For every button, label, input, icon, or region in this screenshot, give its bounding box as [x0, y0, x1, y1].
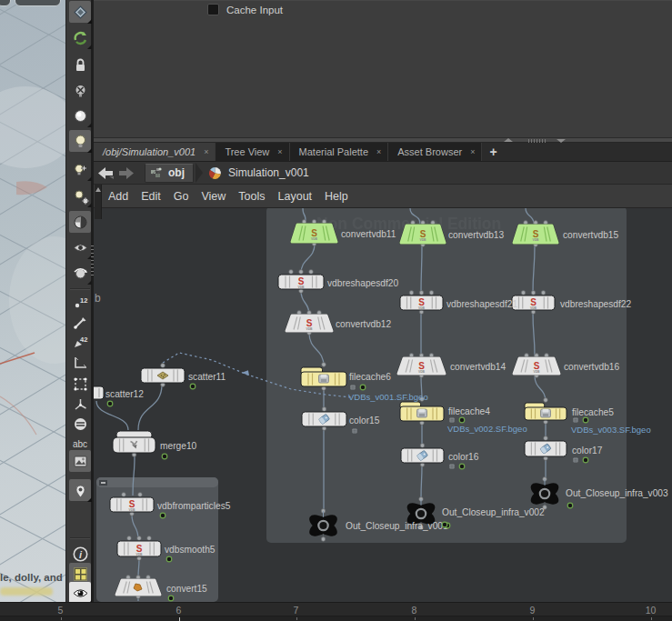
four-view-icon [72, 566, 89, 583]
menu-edit[interactable]: Edit [141, 190, 161, 203]
tool-lightbulb-button[interactable] [69, 130, 91, 152]
tab-close-icon[interactable]: × [277, 147, 282, 156]
node-label-Out_Closeup_infra_v001: Out_Closeup_infra_v001 [346, 521, 448, 531]
background-letter: b [95, 292, 101, 305]
breadcrumb-current[interactable]: Simulation_v001 [208, 166, 309, 180]
tool-corner-ruler-button[interactable] [69, 351, 91, 373]
cache-input-checkbox[interactable] [207, 4, 219, 15]
tool-headlight-button[interactable] [69, 105, 91, 126]
orbit-icon [72, 265, 89, 282]
dependency-arrow [242, 368, 251, 376]
node-label-convert15: convert15 [166, 584, 207, 594]
node-merge10[interactable] [113, 431, 155, 456]
menu-go[interactable]: Go [174, 190, 189, 203]
tool-corner-arrow [87, 203, 92, 207]
network-scrollbar[interactable] [95, 185, 102, 219]
tool-light-add-button[interactable] [69, 158, 91, 180]
tool-group-select-button[interactable] [69, 373, 91, 395]
tool-prim-numbers-button[interactable]: 42 [69, 331, 91, 353]
pane-tab-tree-view[interactable]: Tree View× [216, 143, 289, 161]
network-graph[interactable]: Non Commercial EditionbSVDBSVDBSVDBSVDBS… [94, 208, 672, 602]
pane-tab--obj-simulation-v001[interactable]: /obj/Simulation_v001× [94, 143, 216, 161]
viewport-toolbar: 1242abci [65, 0, 94, 602]
node-convertvdb15[interactable]: SVDB [514, 221, 557, 247]
snapshot-pin-icon [72, 482, 89, 499]
tab-close-icon[interactable]: × [376, 147, 381, 156]
visibility-icon [72, 239, 89, 256]
frame-number: 10 [646, 605, 657, 616]
forward-arrow[interactable] [118, 167, 134, 179]
tab-label: Material Palette [299, 146, 368, 157]
tool-lock-button[interactable] [69, 54, 91, 75]
node-scatter11[interactable] [141, 364, 185, 387]
frame-tick [533, 617, 534, 620]
viewport-help-text: le, dolly, and [0, 572, 65, 583]
main-pane: Cache Input /obj/Simulation_v001×Tree Vi… [94, 0, 672, 602]
tool-corner-arrow [87, 45, 92, 49]
tool-light-off-button[interactable] [69, 79, 91, 101]
tool-light-move-button[interactable] [69, 185, 91, 206]
svg-text:VDB: VDB [418, 370, 426, 374]
node-label-filecache5: filecache5 [572, 407, 614, 417]
tool-eye-button[interactable] [69, 582, 91, 604]
menu-tools[interactable]: Tools [238, 190, 265, 203]
cache-input-row: Cache Input [207, 4, 283, 15]
pane-tab-bar: /obj/Simulation_v001×Tree View×Material … [94, 143, 672, 162]
viewport-hud-button[interactable] [15, 0, 61, 6]
splitter-up-arrow[interactable] [504, 138, 513, 142]
breadcrumb-obj[interactable]: obj [145, 164, 194, 183]
node-scatter12[interactable] [94, 386, 104, 399]
scene-viewport[interactable]: le, dolly, and [0, 0, 65, 602]
tool-visibility-button[interactable] [69, 236, 91, 258]
tool-shaded-view-button[interactable] [69, 211, 91, 233]
frame-ruler-ticks[interactable] [0, 616, 672, 621]
back-arrow[interactable] [98, 167, 114, 179]
tool-info-button[interactable]: i [69, 543, 91, 565]
node-convertvdb14[interactable]: SVDB [398, 354, 445, 378]
svg-text:12: 12 [80, 296, 87, 305]
menu-layout[interactable]: Layout [278, 190, 313, 203]
group-select-icon [72, 376, 89, 393]
light-add-icon [72, 161, 89, 178]
tab-close-icon[interactable]: × [204, 147, 208, 156]
tool-select-mode-button[interactable] [69, 1, 91, 23]
tool-point-markers-button[interactable] [69, 311, 91, 333]
node-label-filecache6: filecache6 [349, 372, 391, 382]
menu-help[interactable]: Help [325, 190, 348, 203]
frame-number: 6 [176, 605, 182, 616]
svg-text:VDB: VDB [311, 237, 318, 241]
node-convertvdb11[interactable]: SVDB [292, 220, 336, 246]
node-convert15[interactable] [116, 576, 160, 599]
lightbulb-icon [72, 133, 89, 150]
node-convertvdb13[interactable]: SVDB [401, 221, 445, 247]
tool-visualizer-button[interactable] [69, 450, 91, 472]
obj-network-icon [150, 166, 163, 179]
light-move-icon [72, 187, 89, 205]
svg-text:i: i [79, 549, 83, 560]
corner-ruler-icon [72, 354, 89, 371]
node-label-scatter12: scatter12 [105, 389, 144, 399]
tab-close-icon[interactable]: × [470, 147, 475, 156]
geometry-icon [208, 166, 222, 180]
tool-snap-button[interactable] [69, 26, 91, 48]
menu-view[interactable]: View [201, 190, 226, 203]
viewport-help-link-blur[interactable] [0, 587, 53, 596]
tool-section-button[interactable] [69, 413, 91, 435]
pane-tab-asset-browser[interactable]: Asset Browser× [388, 143, 482, 161]
new-tab-button[interactable]: + [482, 143, 504, 161]
cache-input-label: Cache Input [226, 5, 283, 15]
pane-tab-material-palette[interactable]: Material Palette× [290, 143, 389, 161]
snap-icon [72, 29, 89, 46]
tool-corner-arrow [87, 19, 92, 24]
tool-snapshot-pin-button[interactable] [69, 479, 91, 501]
tool-orbit-button[interactable] [69, 262, 91, 284]
node-convertvdb12[interactable]: SVDB [286, 311, 332, 336]
frame-number: 9 [530, 605, 536, 616]
node-file-label: VDBs_v001.SF.bgeo [348, 392, 428, 402]
node-label-filecache4: filecache4 [448, 406, 490, 416]
node-label-Out_Closeup_infra_v003: Out_Closeup_infra_v003 [566, 488, 668, 498]
node-convertvdb16[interactable]: SVDB [514, 354, 559, 378]
light-off-icon [72, 82, 89, 99]
menu-add[interactable]: Add [108, 190, 128, 203]
breadcrumb-obj-label: obj [168, 166, 185, 179]
